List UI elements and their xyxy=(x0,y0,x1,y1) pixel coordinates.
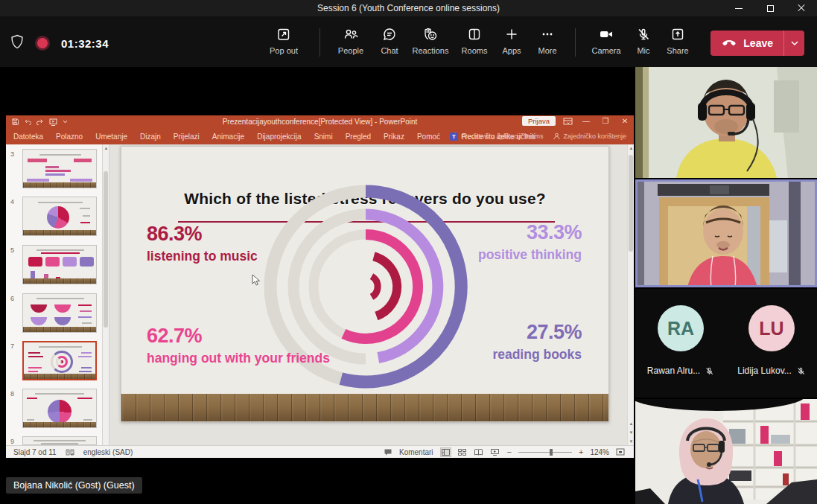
participant-video-hijab[interactable] xyxy=(635,399,817,504)
teams-logo-icon: T xyxy=(450,133,458,141)
participant-name-row: Rawan Alru... xyxy=(635,366,726,376)
close-button[interactable] xyxy=(786,0,817,16)
people-icon xyxy=(343,25,359,43)
rooms-button[interactable]: Rooms xyxy=(454,25,495,61)
spell-check-icon[interactable] xyxy=(66,448,74,456)
zoom-level[interactable]: 124% xyxy=(590,448,609,456)
more-button[interactable]: More xyxy=(529,25,566,61)
slide-number: 4 xyxy=(10,198,14,205)
qat-dropdown-icon[interactable] xyxy=(63,120,68,124)
tab-animacije[interactable]: Animacije xyxy=(212,133,244,141)
scroll-up-icon: ▲ xyxy=(103,146,109,150)
language-indicator[interactable]: engleski (SAD) xyxy=(83,448,133,456)
tab-umetanje[interactable]: Umetanje xyxy=(95,133,127,141)
thumb-wood-floor xyxy=(23,278,96,284)
fit-to-window-icon[interactable] xyxy=(616,448,625,456)
tab-polazno[interactable]: Polazno xyxy=(56,133,83,141)
slide-7-thumbnail-selected[interactable] xyxy=(22,341,97,380)
normal-view-button[interactable] xyxy=(440,447,451,457)
previous-slide-icon: ▲ xyxy=(628,421,634,426)
scrollbar-thumb[interactable] xyxy=(629,155,633,252)
popout-button[interactable]: Pop out xyxy=(257,25,311,61)
zoom-slider[interactable] xyxy=(518,452,572,453)
tab-snimi[interactable]: Snimi xyxy=(314,133,333,141)
leave-options-button[interactable] xyxy=(783,31,804,56)
apps-button[interactable]: Apps xyxy=(495,25,529,61)
start-slideshow-icon[interactable] xyxy=(49,118,57,126)
tab-prijelazi[interactable]: Prijelazi xyxy=(174,133,200,141)
zoom-slider-thumb[interactable] xyxy=(550,449,553,456)
reactions-button[interactable]: Reactions xyxy=(407,25,454,61)
slide-6-thumbnail[interactable] xyxy=(22,293,97,333)
tab-pregled[interactable]: Pregled xyxy=(346,133,371,141)
mouse-cursor xyxy=(252,275,260,286)
comments-icon[interactable] xyxy=(384,448,392,456)
zoom-out-button[interactable]: − xyxy=(507,447,512,456)
tab-prikaz[interactable]: Prikaz xyxy=(384,133,404,141)
tab-datoteka[interactable]: Datoteka xyxy=(13,133,43,141)
redo-icon[interactable] xyxy=(36,118,44,125)
ribbon-options-icon[interactable] xyxy=(563,118,573,125)
current-slide[interactable]: Which of the listed stress relievers do … xyxy=(121,146,609,422)
mic-muted-icon xyxy=(705,366,714,376)
reading-view-button[interactable] xyxy=(473,447,484,457)
slide-3-thumbnail[interactable] xyxy=(22,149,97,188)
slideshow-view-button[interactable] xyxy=(489,447,500,457)
avatar-rawan[interactable]: RA xyxy=(635,305,726,351)
slide-number: 6 xyxy=(10,295,14,302)
slide-sorter-view-button[interactable] xyxy=(457,447,468,457)
scroll-up-icon: ▲ xyxy=(628,146,634,150)
ppt-share-button[interactable]: Zajedničko korištenje xyxy=(553,133,626,140)
share-button[interactable]: Share xyxy=(659,25,696,61)
ppt-signin-button[interactable]: Prijava xyxy=(522,116,556,126)
participant-name-row: Lidija Lukov... xyxy=(726,366,817,376)
people-button[interactable]: People xyxy=(329,25,372,61)
tab-pomoc[interactable]: Pomoć xyxy=(417,133,440,141)
undo-icon[interactable] xyxy=(24,118,31,125)
ppt-titlebar: Prezentacijayouthconference[Protected Vi… xyxy=(6,115,634,128)
slide-8-thumbnail[interactable] xyxy=(22,389,97,428)
close-icon xyxy=(798,4,805,12)
next-slide-icon: ▼ xyxy=(628,430,634,435)
chevron-down-icon xyxy=(790,40,799,46)
participant-avatar-tile: RA LU Rawan Alru... Lidija Lukov... xyxy=(635,289,817,398)
slide-5-thumbnail[interactable] xyxy=(22,245,97,284)
participant-video-active-speaker[interactable] xyxy=(635,179,817,287)
slide-number: 3 xyxy=(10,150,14,158)
leave-button[interactable]: Leave xyxy=(710,31,804,56)
concentric-arcs-graphic xyxy=(247,168,485,406)
mic-muted-icon xyxy=(796,366,806,376)
slide-counter: Slajd 7 od 11 xyxy=(13,448,57,456)
avatar-initials: LU xyxy=(748,305,795,351)
toolbar-separator xyxy=(575,28,576,57)
tab-dizajn[interactable]: Dizajn xyxy=(140,133,161,141)
participant-video-man-headset[interactable] xyxy=(635,67,817,178)
comments-label[interactable]: Komentari xyxy=(399,448,433,456)
maximize-button[interactable] xyxy=(754,0,786,16)
minimize-button[interactable] xyxy=(723,0,754,16)
tab-dijaprojekcija[interactable]: Dijaprojekcija xyxy=(257,133,301,141)
meeting-toolbar: 01:32:34 Pop out People Chat xyxy=(0,16,817,67)
present-in-teams-button[interactable]: T Predstavi u aplikaciji Teams xyxy=(450,133,543,141)
shield-icon xyxy=(10,34,24,52)
participant-name: Lidija Lukov... xyxy=(737,366,792,376)
ppt-restore-button[interactable]: ❐ xyxy=(600,117,611,125)
chat-button[interactable]: Chat xyxy=(372,25,407,61)
mic-button[interactable]: Mic xyxy=(628,25,659,61)
powerpoint-window: Prezentacijayouthconference[Protected Vi… xyxy=(6,115,634,458)
reactions-icon xyxy=(422,25,439,43)
slide-4-thumbnail[interactable] xyxy=(22,197,97,236)
maximize-icon xyxy=(767,5,774,12)
ppt-close-button[interactable]: ✕ xyxy=(619,117,631,125)
ppt-minimize-button[interactable]: — xyxy=(580,117,592,125)
save-icon[interactable] xyxy=(12,118,19,125)
slide-9-thumbnail[interactable] xyxy=(22,436,97,445)
zoom-in-button[interactable]: + xyxy=(579,447,583,456)
scrollbar-thumb[interactable] xyxy=(104,171,108,328)
recording-indicator-icon xyxy=(37,38,48,48)
stat-positive-thinking: 33.3% positive thinking xyxy=(477,223,582,264)
camera-button[interactable]: Camera xyxy=(585,25,628,61)
thumbnail-scrollbar[interactable]: ▲ xyxy=(103,144,109,445)
editor-scrollbar[interactable]: ▲ ▲ ▼ ▼ xyxy=(627,144,634,445)
avatar-lidija[interactable]: LU xyxy=(726,305,817,351)
